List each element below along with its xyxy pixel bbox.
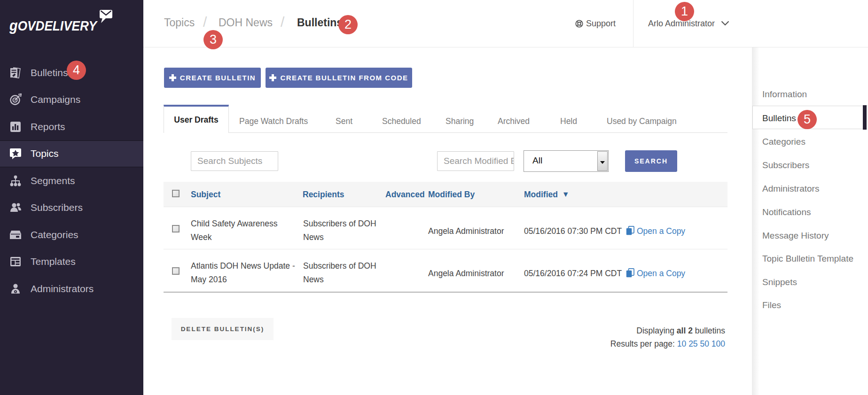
svg-text:gOVDELIVERY: gOVDELIVERY <box>9 17 98 34</box>
